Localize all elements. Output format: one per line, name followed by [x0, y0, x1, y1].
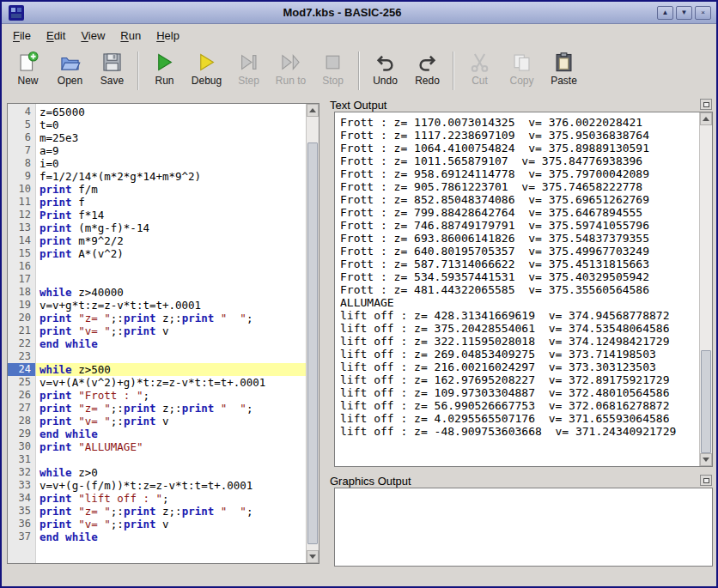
code-token-plain: f=1/2/14*(m*2*g*14+m*9^2)	[40, 170, 201, 183]
line-number: 21	[8, 324, 35, 337]
code-line[interactable]: v=v+(g-(f/m))*t:z=z-v*t:t=t+.0001	[36, 479, 306, 492]
code-line[interactable]: print "z= ";:print z;:print " ";	[36, 505, 306, 518]
output-line: Frott : z= 799.88428642764 v= 375.646789…	[340, 206, 699, 219]
code-line[interactable]: print "z= ";:print z;:print " ";	[36, 312, 306, 324]
code-line[interactable]: print "ALLUMAGE"	[36, 440, 306, 453]
code-line[interactable]: while z>40000	[36, 286, 306, 299]
code-token-kw: print	[40, 389, 72, 402]
output-line: lift off : z= 109.97303304887 v= 372.480…	[340, 386, 699, 399]
code-token-plain	[214, 402, 221, 415]
line-number: 8	[8, 157, 35, 170]
code-line[interactable]: while z>0	[36, 466, 306, 479]
line-number: 33	[8, 479, 35, 492]
code-line[interactable]: z=65000	[36, 106, 306, 118]
code-token-plain: a=9	[40, 144, 59, 157]
output-line: Frott : z= 905.7861223701 v= 375.7465822…	[340, 180, 699, 193]
code-token-plain: v=v+g*t:z=z-v*t:t=t+.0001	[40, 299, 201, 312]
code-line[interactable]: Print f*14	[36, 209, 306, 221]
save-floppy-icon	[100, 51, 124, 74]
code-line[interactable]: v=v+(A*(v^2)+g)*t:z=z-v*t:t=t+.0001	[36, 376, 306, 389]
debug-button[interactable]: Debug	[186, 50, 228, 87]
open-button[interactable]: Open	[49, 50, 91, 87]
code-line[interactable]: v=v+g*t:z=z-v*t:t=t+.0001	[36, 299, 306, 312]
code-line[interactable]: t=0	[36, 118, 306, 131]
scroll-down-button[interactable]	[700, 453, 712, 466]
code-line[interactable]: print f	[36, 196, 306, 209]
minimize-button[interactable]: ▼	[676, 6, 692, 20]
code-token-str: " "	[221, 402, 246, 415]
new-button[interactable]: New	[7, 50, 49, 87]
code-line[interactable]: print "v= ";:print v	[36, 518, 306, 530]
editor-gutter: 4567891011121314151617181920212223242526…	[8, 104, 36, 563]
menu-view[interactable]: View	[73, 27, 113, 45]
run-button[interactable]: Run	[143, 50, 186, 87]
code-editor[interactable]: 4567891011121314151617181920212223242526…	[7, 103, 319, 564]
code-line[interactable]: end while	[36, 530, 306, 543]
float-icon	[703, 478, 709, 483]
scroll-up-button[interactable]	[307, 104, 319, 117]
code-token-plain: ;	[143, 389, 149, 402]
code-token-kw: print	[124, 518, 156, 530]
code-line[interactable]: i=0	[36, 157, 306, 170]
code-token-plain: v	[156, 415, 169, 427]
line-number: 15	[8, 247, 35, 260]
toolbar-separator	[137, 52, 139, 90]
code-token-kw: print	[40, 234, 72, 247]
scroll-up-button[interactable]	[700, 112, 712, 125]
editor-code[interactable]: z=65000t=0m=25e3a=9i=0f=1/2/14*(m*2*g*14…	[36, 104, 306, 563]
code-token-plain: ;:	[111, 415, 124, 427]
code-line[interactable]	[36, 453, 306, 466]
line-number: 29	[8, 427, 35, 440]
code-line[interactable]: print f/m	[36, 183, 306, 196]
text-output-float-button[interactable]	[700, 99, 712, 110]
code-line[interactable]: end while	[36, 427, 306, 440]
line-number: 18	[8, 286, 35, 299]
title-bar[interactable]: Mod7.kbs - BASIC-256 ▲▼×	[2, 2, 716, 24]
output-line: lift off : z= 322.11595028018 v= 374.124…	[340, 335, 699, 348]
close-button[interactable]: ×	[695, 6, 711, 20]
code-line[interactable]: print A*(v^2)	[36, 247, 306, 260]
output-line: lift off : z= 162.97695208227 v= 372.891…	[340, 373, 699, 386]
code-line[interactable]: print "v= ";:print v	[36, 324, 306, 337]
code-token-kw: print	[40, 312, 72, 324]
text-output-panel: Frott : z= 1170.0073014325 v= 376.002202…	[334, 112, 713, 467]
code-line[interactable]	[36, 260, 306, 273]
code-line[interactable]: print (m*g-f)*-14	[36, 221, 306, 234]
code-line[interactable]: print "v= ";:print v	[36, 415, 306, 427]
paste-button[interactable]: Paste	[543, 50, 585, 87]
code-line[interactable]: a=9	[36, 144, 306, 157]
code-line[interactable]: f=1/2/14*(m*2*g*14+m*9^2)	[36, 170, 306, 183]
scrollbar-thumb[interactable]	[307, 142, 318, 544]
menu-edit[interactable]: Edit	[39, 27, 73, 45]
menu-run[interactable]: Run	[113, 27, 149, 45]
code-line[interactable]: m=25e3	[36, 131, 306, 144]
editor-scrollbar[interactable]	[306, 104, 319, 563]
graphics-output-float-button[interactable]	[700, 475, 712, 486]
graphics-output-label: Graphics Output	[330, 475, 411, 488]
code-line[interactable]	[36, 273, 306, 286]
scroll-down-button[interactable]	[307, 550, 319, 563]
output-scrollbar[interactable]	[699, 112, 712, 466]
redo-button[interactable]: Redo	[406, 50, 448, 87]
code-line[interactable]: print "lift off : ";	[36, 492, 306, 505]
code-line[interactable]	[36, 350, 306, 363]
code-line[interactable]: print m*9^2/2	[36, 234, 306, 247]
code-line[interactable]: while z>500	[36, 363, 306, 376]
code-token-str: "v= "	[78, 415, 111, 427]
undo-button[interactable]: Undo	[364, 50, 406, 87]
menu-file[interactable]: File	[5, 27, 39, 45]
save-button[interactable]: Save	[91, 50, 133, 87]
line-number: 27	[8, 402, 35, 415]
code-token-kw: print	[124, 324, 156, 337]
text-output-content: Frott : z= 1170.0073014325 v= 376.002202…	[335, 112, 699, 466]
output-line: lift off : z= 4.0295565507176 v= 371.655…	[340, 412, 699, 425]
code-line[interactable]: end while	[36, 337, 306, 350]
code-line[interactable]: print "Frott : ";	[36, 389, 306, 402]
code-token-plain	[214, 312, 221, 324]
code-line[interactable]: print "z= ";:print z;:print " ";	[36, 402, 306, 415]
menu-help[interactable]: Help	[149, 27, 187, 45]
shade-button[interactable]: ▲	[657, 6, 673, 20]
line-number: 23	[8, 350, 35, 363]
scrollbar-thumb[interactable]	[701, 350, 711, 453]
output-line: Frott : z= 534.59357441531 v= 375.403295…	[340, 270, 699, 283]
